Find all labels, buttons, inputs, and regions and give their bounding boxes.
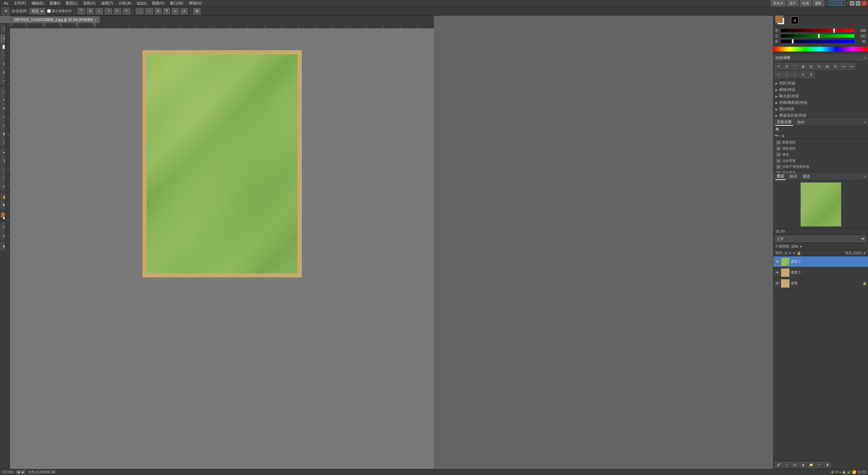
actions-tab[interactable]: 动作 (796, 119, 806, 125)
adj-brightness[interactable]: ☀ (775, 63, 782, 70)
workspace-paint-btn[interactable]: 绘画 (800, 0, 811, 6)
menu-view[interactable]: 视图(V) (149, 0, 167, 6)
layer-style-btn[interactable]: ƒ (783, 462, 790, 468)
dist-bottom-btn[interactable]: ⊼ (163, 8, 170, 14)
red-thumb[interactable] (833, 28, 835, 33)
adj-black-white[interactable]: ⊛ (832, 63, 839, 70)
history-camera-btn[interactable]: 📷 (775, 134, 778, 138)
menu-edit[interactable]: 编辑(E) (29, 0, 47, 6)
history-item-2[interactable]: ⊞ 移动 (773, 152, 868, 158)
lock-move-btn[interactable]: ✛ (793, 251, 795, 255)
adj-item-huesat[interactable]: ▶ 色相/饱和度(特设 (773, 99, 868, 106)
adj-invert[interactable]: ⊸ (775, 71, 782, 78)
layer-item-bg[interactable]: 👁 背景 🔒 (773, 278, 868, 289)
adj-channel-mixer[interactable]: ⊷ (848, 63, 855, 70)
adj-posterize[interactable]: ⊹ (783, 71, 790, 78)
layer-item-2[interactable]: 👁 图层 2 (773, 256, 868, 267)
layer-bg-visibility[interactable]: 👁 (775, 281, 780, 286)
adj-item-channel-mixer[interactable]: ▶ 通道混合器(特设 (773, 112, 868, 119)
canvas-area[interactable] (10, 23, 434, 469)
menu-3d[interactable]: 3D(D) (134, 1, 149, 6)
green-thumb[interactable] (818, 34, 820, 38)
dist-v-btn[interactable]: ⋯ (145, 8, 153, 14)
layer-delete-btn[interactable]: 🗑 (824, 462, 831, 468)
adj-vibrance[interactable]: ⊞ (807, 63, 815, 70)
tab-close-btn[interactable]: × (94, 18, 96, 22)
only-web-colors-btn[interactable]: ⊛ (791, 17, 798, 24)
workspace-basic-btn[interactable]: 基本功 (771, 0, 786, 6)
adj-curves[interactable]: ⌒ (791, 63, 798, 70)
align-top-btn[interactable]: ⊤ (78, 8, 85, 14)
adj-item-levels[interactable]: ▶ 色阶(特设 (773, 80, 868, 86)
layer-1-visibility[interactable]: 👁 (775, 270, 780, 275)
maximize-btn[interactable]: □ (856, 1, 861, 6)
dist-top-btn[interactable]: ⊻ (155, 8, 161, 14)
show-transform-checkbox[interactable] (47, 9, 51, 13)
menu-image[interactable]: 图像(I) (47, 0, 63, 6)
workspace-design-btn[interactable]: 设计 (787, 0, 798, 6)
arrange-btn[interactable]: ▤ (193, 8, 200, 14)
history-new-btn[interactable]: + (779, 134, 781, 138)
fg-bg-swatch-large[interactable] (775, 16, 788, 25)
lock-all-btn[interactable]: 🔒 (797, 251, 801, 255)
adj-photo-filter[interactable]: ⊶ (840, 63, 847, 70)
history-item-1[interactable]: ⊞ 移除选区 (773, 145, 868, 152)
fill-arrow[interactable]: ▼ (863, 251, 866, 255)
menu-layer[interactable]: 图层(L) (63, 0, 80, 6)
document-tab[interactable]: 10674102_191602236600_2.jpg @ 33.3% (RGB… (10, 16, 100, 23)
menu-window[interactable]: 窗口(W) (167, 0, 186, 6)
align-bottom-btn[interactable]: ⊥ (96, 8, 103, 14)
dist-left-btn[interactable]: ⊾ (172, 8, 179, 14)
adj-gradient-map[interactable]: ⊻ (799, 71, 807, 78)
opacity-value[interactable]: 22% (791, 245, 798, 249)
dist-right-btn[interactable]: ⊿ (181, 8, 188, 14)
menu-filter[interactable]: 滤镜(T) (98, 0, 116, 6)
dist-h-btn[interactable]: ⋮ (136, 8, 143, 14)
menu-analyze[interactable]: 分析(A) (116, 0, 134, 6)
paths-tab[interactable]: 路径 (788, 173, 798, 180)
layer-mask-btn[interactable]: ⊟ (791, 462, 798, 468)
close-btn[interactable]: × (862, 1, 867, 6)
blue-slider[interactable] (781, 40, 854, 43)
adj-threshold[interactable]: ⊺ (791, 71, 798, 78)
adj-item-bw[interactable]: ▶ 黑白特设 (773, 106, 868, 112)
menu-help[interactable]: 帮助(H) (186, 0, 204, 6)
blue-thumb[interactable] (792, 39, 794, 44)
minimize-btn[interactable]: ─ (850, 1, 854, 6)
align-hmid-btn[interactable]: ⊢ (114, 8, 121, 14)
align-right-btn[interactable]: ⊢ (123, 8, 130, 14)
history-item-0[interactable]: ⊞ 新建选区 (773, 139, 868, 145)
workspace-photo-btn[interactable]: 摄影 (813, 0, 824, 6)
layer-2-visibility[interactable]: 👁 (775, 259, 780, 264)
auto-select-dropdown[interactable]: 图层 组 (29, 8, 45, 14)
adj-item-curves[interactable]: ▶ 曲线(特设 (773, 86, 868, 93)
history-panel-menu[interactable]: ≡ (864, 120, 866, 124)
adj-item-exposure[interactable]: ▶ 曝光度(特设 (773, 93, 868, 99)
layers-panel-menu[interactable]: ≡ (864, 175, 866, 178)
lock-pixels-btn[interactable]: ✏ (789, 251, 791, 255)
adj-color-balance[interactable]: ⊠ (824, 63, 831, 70)
layer-adj-btn[interactable]: ◑ (799, 462, 807, 468)
layer-new-btn[interactable]: + (815, 462, 823, 468)
zoom-status[interactable]: 33.33% (2, 470, 14, 474)
layer-group-btn[interactable]: 📁 (807, 462, 815, 468)
adj-exposure[interactable]: ◑ (799, 63, 807, 70)
adj-levels[interactable]: ⊟ (783, 63, 790, 70)
red-slider[interactable] (781, 29, 854, 32)
lock-transparent-btn[interactable]: ⊟ (785, 251, 787, 255)
cs-live-btn[interactable]: CS Live (829, 1, 845, 6)
align-left-btn[interactable]: ⊣ (105, 8, 112, 14)
opacity-arrow[interactable]: ▼ (800, 245, 803, 249)
blend-mode-select[interactable]: 正常 溶解 正片叠底 (775, 236, 866, 242)
layers-tab[interactable]: 图层 (775, 173, 786, 180)
adj-selective-color[interactable]: ⊼ (807, 71, 815, 78)
green-slider[interactable] (781, 34, 854, 38)
status-prev-btn[interactable]: ◀ (16, 470, 20, 474)
adj-panel-menu[interactable]: ≡ (864, 56, 866, 60)
menu-file[interactable]: 文件(F) (11, 0, 29, 6)
layer-link-btn[interactable]: 🔗 (775, 462, 782, 468)
channels-tab[interactable]: 通道 (801, 173, 811, 180)
menu-select[interactable]: 选择(S) (80, 0, 98, 6)
status-next-btn[interactable]: ▶ (21, 470, 25, 474)
history-item-3[interactable]: ⊞ 自由变换 (773, 158, 868, 164)
